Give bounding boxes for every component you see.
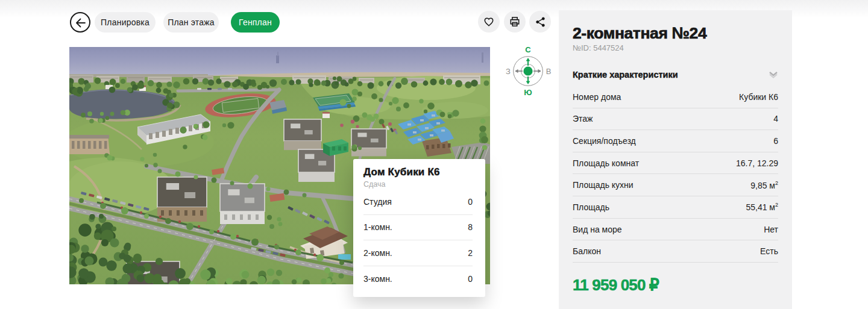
svg-text:В: В	[546, 67, 552, 76]
svg-text:Ю: Ю	[524, 88, 532, 97]
svg-text:С: С	[525, 45, 531, 54]
svg-text:З: З	[506, 67, 511, 76]
